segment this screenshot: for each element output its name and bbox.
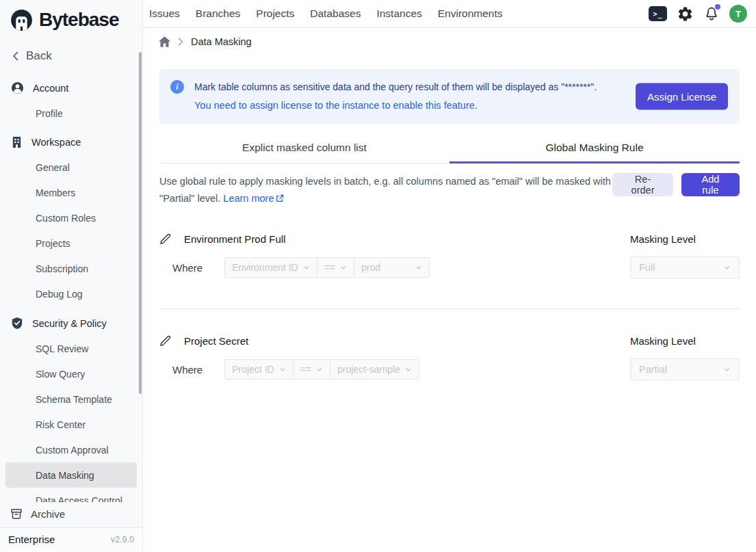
version-label: v2.9.0 xyxy=(111,535,134,544)
tab-global-masking-rule[interactable]: Global Masking Rule xyxy=(449,134,740,163)
sidebar-item-debug-log[interactable]: Debug Log xyxy=(0,281,142,306)
edit-pencil-icon[interactable] xyxy=(159,335,171,347)
chevron-down-icon xyxy=(303,265,310,270)
chevron-down-icon xyxy=(316,367,323,372)
archive-icon xyxy=(10,508,23,520)
reorder-button[interactable]: Re-order xyxy=(612,173,673,196)
sidebar-item-schema-template[interactable]: Schema Template xyxy=(0,386,142,412)
rule-intro-text: Use global rule to apply masking levels … xyxy=(159,173,612,207)
rule-title: Environment Prod Full xyxy=(184,233,285,245)
page-content: i Mark table columns as sensitive data a… xyxy=(143,55,756,552)
brand-wordmark: Bytebase xyxy=(39,9,119,31)
sidebar-item-archive[interactable]: Archive xyxy=(0,502,142,527)
masking-rule-environment-prod-full: Environment Prod Full Masking Level Wher… xyxy=(159,233,740,278)
sidebar-scrollbar[interactable] xyxy=(139,52,142,394)
learn-more-link[interactable]: Learn more xyxy=(223,193,284,204)
sidebar-item-subscription[interactable]: Subscription xyxy=(0,256,142,281)
edit-pencil-icon[interactable] xyxy=(159,233,171,245)
banner-message: Mark table columns as sensitive data and… xyxy=(194,78,597,96)
sidebar-item-members[interactable]: Members xyxy=(0,180,142,205)
chevron-right-icon xyxy=(178,38,183,46)
breadcrumb: Data Masking xyxy=(143,28,756,55)
factor-select[interactable]: Project ID xyxy=(225,360,292,379)
nav-issues[interactable]: Issues xyxy=(149,8,180,20)
plan-label: Enterprise xyxy=(8,534,55,545)
notifications-button[interactable] xyxy=(703,5,720,23)
chevron-down-icon xyxy=(723,367,731,372)
shield-check-icon xyxy=(11,317,23,330)
nav-instances[interactable]: Instances xyxy=(376,8,421,20)
value-select[interactable]: project-sample xyxy=(330,360,419,379)
sidebar: Bytebase Back Account Profile Workspace … xyxy=(0,0,143,552)
top-navigation: Issues Branches Projects Databases Insta… xyxy=(143,0,756,28)
chevron-down-icon xyxy=(279,367,286,372)
chevron-down-icon xyxy=(723,265,731,270)
back-button[interactable]: Back xyxy=(0,42,142,71)
where-label: Where xyxy=(172,364,203,376)
sidebar-item-slow-query[interactable]: Slow Query xyxy=(0,361,142,386)
sidebar-footer: Enterprise v2.9.0 xyxy=(0,527,142,552)
sidebar-item-data-access-control[interactable]: Data Access Control xyxy=(0,488,142,502)
rule-divider xyxy=(159,308,740,309)
main-area: Issues Branches Projects Databases Insta… xyxy=(143,0,756,552)
sidebar-section-account: Account xyxy=(0,75,142,101)
value-select[interactable]: prod xyxy=(354,258,429,277)
sidebar-item-custom-approval[interactable]: Custom Approval xyxy=(0,437,142,462)
logo[interactable]: Bytebase xyxy=(0,0,142,40)
notification-dot xyxy=(715,4,720,10)
sidebar-item-sql-review[interactable]: SQL Review xyxy=(0,336,142,361)
info-icon: i xyxy=(170,80,184,94)
factor-select[interactable]: Environment ID xyxy=(225,258,316,277)
banner-license-note: You need to assign license to the instan… xyxy=(194,96,597,115)
building-icon xyxy=(11,136,23,148)
nav-environments[interactable]: Environments xyxy=(438,8,503,20)
masking-rule-project-secret: Project Secret Masking Level Where Proje… xyxy=(159,335,740,380)
breadcrumb-page[interactable]: Data Masking xyxy=(191,36,252,47)
rule-title: Project Secret xyxy=(184,335,248,347)
chevron-down-icon xyxy=(340,265,347,270)
masking-level-label: Masking Level xyxy=(630,233,740,245)
assign-license-button[interactable]: Assign License xyxy=(636,83,728,110)
sql-editor-icon[interactable]: >_ xyxy=(649,6,667,21)
user-icon xyxy=(11,81,24,94)
sidebar-item-data-masking[interactable]: Data Masking xyxy=(5,462,137,488)
operator-select[interactable]: == xyxy=(317,258,354,277)
license-banner: i Mark table columns as sensitive data a… xyxy=(159,69,740,124)
masking-level-select[interactable]: Full xyxy=(630,257,740,278)
sidebar-section-security-policy: Security & Policy xyxy=(0,311,142,336)
sidebar-item-custom-roles[interactable]: Custom Roles xyxy=(0,205,142,231)
nav-branches[interactable]: Branches xyxy=(196,8,240,20)
condition-group: Environment ID == prod xyxy=(224,257,430,278)
rule-intro-row: Use global rule to apply masking levels … xyxy=(159,173,740,207)
tab-bar: Explict masked column list Global Maskin… xyxy=(159,134,740,163)
chevron-down-icon xyxy=(405,367,412,372)
nav-projects[interactable]: Projects xyxy=(256,8,294,20)
gear-icon[interactable] xyxy=(677,5,694,23)
chevron-left-icon xyxy=(12,51,20,61)
tab-explicit-masked-column-list[interactable]: Explict masked column list xyxy=(159,134,449,163)
avatar[interactable]: T xyxy=(729,5,747,23)
masking-level-select[interactable]: Partial xyxy=(630,358,740,380)
sidebar-item-profile[interactable]: Profile xyxy=(0,101,142,126)
sidebar-item-projects[interactable]: Projects xyxy=(0,231,142,256)
masking-level-label: Masking Level xyxy=(630,335,740,347)
sidebar-section-workspace: Workspace xyxy=(0,130,142,155)
bytebase-logo-icon xyxy=(9,8,34,33)
where-label: Where xyxy=(172,262,203,274)
sidebar-item-risk-center[interactable]: Risk Center xyxy=(0,412,142,437)
sidebar-item-general[interactable]: General xyxy=(0,155,142,180)
operator-select[interactable]: == xyxy=(293,360,330,379)
nav-databases[interactable]: Databases xyxy=(310,8,361,20)
sidebar-nav: Back Account Profile Workspace General M… xyxy=(0,40,142,502)
chevron-down-icon xyxy=(415,265,422,270)
external-link-icon xyxy=(276,194,284,202)
condition-group: Project ID == project-sample xyxy=(224,359,419,380)
add-rule-button[interactable]: Add rule xyxy=(681,173,740,196)
home-icon[interactable] xyxy=(159,36,170,47)
